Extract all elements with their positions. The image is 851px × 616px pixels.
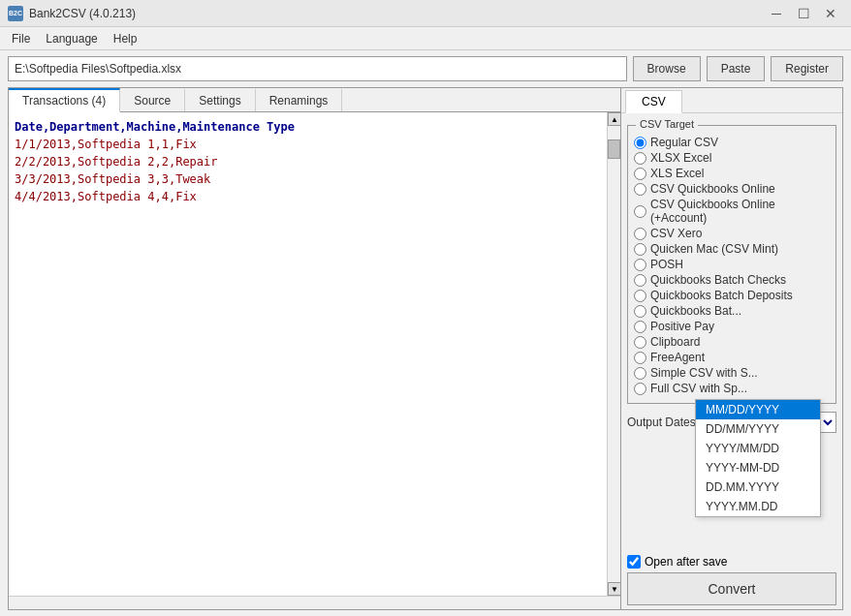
dropdown-option-ymd[interactable]: YYYY/MM/DD — [696, 439, 820, 458]
app-icon: B2C — [8, 6, 23, 21]
scroll-track — [608, 159, 620, 582]
radio-positive-pay[interactable]: Positive Pay — [634, 320, 830, 333]
text-line-1: 1/1/2013,Softpedia 1,1,Fix — [15, 136, 601, 153]
text-line-3: 3/3/2013,Softpedia 3,3,Tweak — [15, 170, 601, 188]
radio-clipboard[interactable]: Clipboard — [634, 335, 830, 349]
menu-help[interactable]: Help — [106, 30, 145, 47]
title-bar: B2C Bank2CSV (4.0.213) ─ ☐ ✕ — [0, 0, 851, 27]
browse-button[interactable]: Browse — [633, 56, 701, 81]
radio-simple-csv[interactable]: Simple CSV with S... — [634, 366, 830, 380]
text-line-2: 2/2/2013,Softpedia 2,2,Repair — [15, 153, 601, 170]
right-tab-bar: CSV — [621, 88, 842, 113]
app-title: Bank2CSV (4.0.213) — [29, 7, 136, 20]
scroll-up-arrow[interactable]: ▲ — [608, 112, 621, 126]
radio-posh[interactable]: POSH — [634, 258, 830, 271]
open-after-save-row: Open after save — [627, 555, 836, 569]
dropdown-option-ymd-dot[interactable]: YYYY.MM.DD — [696, 497, 820, 516]
menu-bar: File Language Help — [0, 27, 851, 50]
radio-csv-quickbooks-online-account[interactable]: CSV Quickbooks Online (+Account) — [634, 198, 830, 225]
tab-settings[interactable]: Settings — [185, 88, 255, 111]
scroll-down-arrow[interactable]: ▼ — [608, 582, 621, 596]
tab-transactions[interactable]: Transactions (4) — [9, 88, 120, 112]
paste-button[interactable]: Paste — [707, 56, 766, 81]
window-controls: ─ ☐ ✕ — [764, 4, 843, 23]
vertical-scrollbar[interactable]: ▲ ▼ — [607, 112, 620, 596]
radio-quickbooks-batch-checks[interactable]: Quickbooks Batch Checks — [634, 273, 830, 287]
dropdown-option-dmy[interactable]: DD/MM/YYYY — [696, 419, 820, 439]
radio-regular-csv[interactable]: Regular CSV — [634, 136, 830, 149]
csv-target-label: CSV Target — [636, 118, 698, 130]
transactions-text-area[interactable]: Date,Department,Machine,Maintenance Type… — [9, 112, 607, 596]
file-row: Browse Paste Register — [8, 56, 843, 81]
text-line-4: 4/4/2013,Softpedia 4,4,Fix — [15, 188, 601, 205]
dropdown-option-ymd-dash[interactable]: YYYY-MM-DD — [696, 458, 820, 477]
menu-file[interactable]: File — [4, 30, 38, 47]
horizontal-scrollbar[interactable] — [9, 596, 620, 609]
right-panel: CSV CSV Target Regular CSV XLSX Excel — [620, 87, 843, 610]
scroll-thumb[interactable] — [608, 139, 620, 159]
radio-csv-quickbooks-online[interactable]: CSV Quickbooks Online — [634, 182, 830, 196]
tab-bar: Transactions (4) Source Settings Renamin… — [9, 88, 620, 112]
main-area: Browse Paste Register Transactions (4) S… — [0, 50, 851, 616]
radio-quickbooks-batch-deposits[interactable]: Quickbooks Batch Deposits — [634, 289, 830, 302]
open-after-save-label: Open after save — [645, 555, 727, 569]
minimize-button[interactable]: ─ — [764, 4, 789, 23]
date-format-dropdown[interactable]: MM/DD/YYYY DD/MM/YYYY YYYY/MM/DD YYYY-MM… — [695, 399, 821, 517]
dropdown-option-mdy[interactable]: MM/DD/YYYY — [696, 400, 820, 419]
output-dates-label: Output Dates: — [627, 416, 699, 429]
radio-quicken-mac[interactable]: Quicken Mac (CSV Mint) — [634, 242, 830, 256]
right-tab-csv[interactable]: CSV — [625, 90, 682, 113]
menu-language[interactable]: Language — [38, 30, 105, 47]
text-line-header: Date,Department,Machine,Maintenance Type — [15, 118, 601, 136]
convert-button[interactable]: Convert — [627, 572, 836, 605]
close-button[interactable]: ✕ — [818, 4, 843, 23]
dropdown-option-dmy-dot[interactable]: DD.MM.YYYY — [696, 477, 820, 497]
maximize-button[interactable]: ☐ — [791, 4, 816, 23]
tab-source[interactable]: Source — [120, 88, 185, 111]
radio-quickbooks-bat[interactable]: Quickbooks Bat... — [634, 304, 830, 318]
radio-xls-excel[interactable]: XLS Excel — [634, 167, 830, 180]
file-path-input[interactable] — [8, 56, 627, 81]
radio-freeagent[interactable]: FreeAgent — [634, 351, 830, 364]
title-bar-left: B2C Bank2CSV (4.0.213) — [8, 6, 136, 21]
open-after-save-checkbox[interactable] — [627, 555, 641, 569]
csv-target-group: CSV Target Regular CSV XLSX Excel XLS Ex… — [627, 125, 836, 404]
tab-renamings[interactable]: Renamings — [256, 88, 343, 111]
content-row: Transactions (4) Source Settings Renamin… — [8, 87, 843, 610]
radio-csv-xero[interactable]: CSV Xero — [634, 227, 830, 240]
radio-xlsx-excel[interactable]: XLSX Excel — [634, 151, 830, 165]
bottom-area: Open after save Convert — [621, 551, 842, 609]
left-panel: Transactions (4) Source Settings Renamin… — [8, 87, 620, 610]
radio-full-csv[interactable]: Full CSV with Sp... — [634, 382, 830, 395]
register-button[interactable]: Register — [771, 56, 843, 81]
text-panel-inner: Date,Department,Machine,Maintenance Type… — [9, 112, 620, 596]
